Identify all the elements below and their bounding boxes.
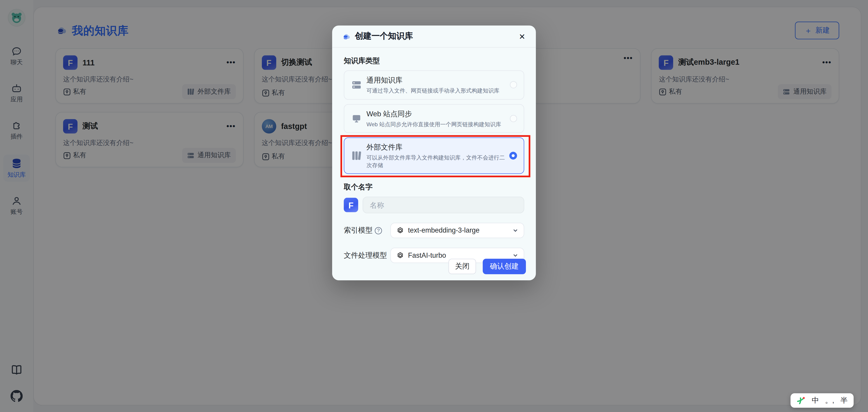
monitor-icon: [351, 113, 363, 123]
ime-lang-mode: 中: [812, 395, 819, 406]
radio-unselected[interactable]: [510, 81, 517, 88]
modal-footer: 关闭 确认创建: [332, 259, 536, 274]
ime-logo-icon: [797, 396, 806, 405]
ime-punct-mode: 。,: [825, 395, 834, 406]
option-title: Web 站点同步: [367, 109, 501, 119]
file-model-value: FastAI-turbo: [408, 252, 446, 259]
option-title: 通用知识库: [367, 75, 499, 85]
ime-width-mode: 半: [840, 395, 848, 406]
radio-unselected[interactable]: [510, 115, 517, 122]
name-label: 取个名字: [344, 182, 524, 192]
cancel-button[interactable]: 关闭: [448, 259, 476, 274]
dataset-type-label: 知识库类型: [344, 56, 524, 66]
option-external-file[interactable]: 外部文件库 可以从外部文件库导入文件构建知识库，文件不会进行二次存储: [344, 137, 524, 174]
openai-icon: [396, 227, 404, 234]
close-icon[interactable]: ✕: [518, 31, 527, 41]
chevron-down-icon: [513, 228, 518, 233]
help-icon[interactable]: ?: [375, 227, 382, 234]
chevron-down-icon: [513, 253, 518, 258]
option-title: 外部文件库: [367, 142, 506, 152]
option-desc: Web 站点同步允许你直接使用一个网页链接构建知识库: [367, 121, 501, 128]
option-desc: 可通过导入文件、网页链接或手动录入形式构建知识库: [367, 87, 499, 94]
option-desc: 可以从外部文件库导入文件构建知识库，文件不会进行二次存储: [367, 154, 506, 169]
index-model-select[interactable]: text-embedding-3-large: [390, 223, 524, 238]
create-dataset-modal: 创建一个知识库 ✕ 知识库类型 通用知识库 可通过导入文件、网页链接或手动录入形…: [332, 26, 536, 280]
index-model-label: 索引模型 ?: [344, 225, 382, 235]
dataset-cloud-icon: [342, 32, 351, 41]
app-root: 聊天 应用 插件: [0, 0, 868, 412]
option-general-dataset[interactable]: 通用知识库 可通过导入文件、网页链接或手动录入形式构建知识库: [344, 70, 524, 99]
ime-status-bar[interactable]: 中 。, 半: [791, 393, 854, 408]
name-input[interactable]: [363, 197, 524, 213]
server-icon: [351, 80, 363, 90]
columns-icon: [351, 151, 363, 160]
openai-icon: [396, 252, 404, 259]
modal-header: 创建一个知识库 ✕: [332, 26, 536, 48]
modal-title: 创建一个知识库: [355, 31, 413, 41]
index-model-value: text-embedding-3-large: [408, 227, 479, 234]
dataset-avatar[interactable]: F: [344, 198, 358, 212]
option-web-sync[interactable]: Web 站点同步 Web 站点同步允许你直接使用一个网页链接构建知识库: [344, 104, 524, 133]
modal-body: 知识库类型 通用知识库 可通过导入文件、网页链接或手动录入形式构建知识库 Web…: [332, 56, 536, 263]
radio-selected[interactable]: [509, 152, 517, 159]
confirm-create-button[interactable]: 确认创建: [483, 259, 526, 274]
